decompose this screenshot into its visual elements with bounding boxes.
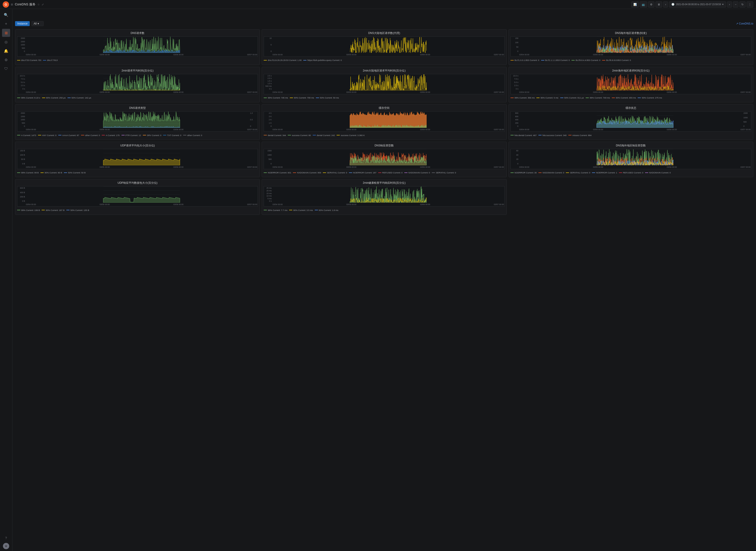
sidebar-shield[interactable]: 🛡: [2, 65, 10, 73]
legend-item[interactable]: SERVFAIL Current: 0: [323, 171, 347, 174]
legend-item[interactable]: misses Current: 884: [569, 134, 592, 137]
legend-item[interactable]: https://doh.pub/dns-query Current: 0: [303, 58, 342, 62]
legend-item[interactable]: tls://8.8.4.4:853 Current: 0: [572, 58, 600, 62]
legend-item[interactable]: 99% Current: 199 B: [17, 208, 40, 212]
legend-item[interactable]: 99% Current: 356 ms: [510, 96, 535, 99]
legend-item[interactable]: other Current: 0: [183, 134, 202, 137]
legend-text: PTR Current: 12: [125, 134, 141, 137]
legend-item[interactable]: TXT Current: 0: [163, 134, 181, 137]
chart-wrapper-cache-status[interactable]: 800600400200003/04 00:0003/05 00:0003/06…: [510, 111, 751, 131]
chart-wrapper-health-check-latency[interactable]: 25 ms20 ms15 ms10 ms5 ms0 s03/04 00:0003…: [264, 186, 504, 206]
legend-item[interactable]: denial Current: 344: [264, 134, 286, 137]
legend-item[interactable]: NOERROR Current: 1: [592, 171, 617, 174]
legend-item[interactable]: ANY Current: 0: [38, 134, 56, 137]
yaxis-health-check-latency: 25 ms20 ms15 ms10 ms5 ms0 s: [264, 186, 272, 203]
legend-item[interactable]: PTR Current: 12: [121, 134, 141, 137]
legend-item[interactable]: NOERROR Current: 30: [510, 171, 537, 174]
legend-item[interactable]: hits:denial Current: 467: [510, 134, 536, 137]
legend-item[interactable]: 50% Current: 275 ms: [638, 96, 662, 99]
legend-item[interactable]: 90% Current: 90 B: [40, 171, 62, 174]
legend-item[interactable]: SERVFAIL Current: 0: [432, 171, 456, 174]
legend-item[interactable]: 99% Current: 8.19 s: [17, 96, 40, 99]
legend-item[interactable]: hits:success Current: 340: [538, 134, 566, 137]
chart-wrapper-latency-2min[interactable]: 10.0 s7.5 s5.0 s2.5 s0 s03/04 00:0003/05…: [17, 74, 258, 94]
chart-wrapper-dns-overseas-response-type[interactable]: 604020003/04 00:0003/05 00:0003/06 00:00…: [510, 149, 751, 169]
legend-item[interactable]: SRV Current: 0: [143, 134, 161, 137]
chart-wrapper-udp-response-size[interactable]: 600 B400 B200 B0 B03/04 00:0003/05 00:00…: [17, 186, 258, 206]
legend-item[interactable]: 50% Current: 911 μs: [560, 96, 584, 99]
sidebar-explore[interactable]: ◎: [2, 38, 10, 46]
legend-color: [536, 98, 539, 98]
legend-item[interactable]: REFUSED Current: 0: [619, 171, 643, 174]
sidebar-configuration[interactable]: ⚙: [2, 56, 10, 64]
legend-item[interactable]: 90% Current: 3.5 ms: [289, 208, 313, 212]
legend-item[interactable]: 50% Current: 1.8 ms: [315, 208, 338, 212]
panel-title-dns-response-type: DNS响应类型数: [264, 144, 504, 147]
legend-item[interactable]: NOERROR Current: 187: [349, 171, 376, 174]
chart-view-button[interactable]: 📊: [631, 1, 639, 8]
legend-item[interactable]: NXDOMAIN Current: 959: [293, 171, 321, 174]
chart-wrapper-dns-request-type[interactable]: 200015001000500003/04 00:0003/05 00:0003…: [17, 111, 258, 131]
legend-item[interactable]: 90% Current: 455 ms: [612, 96, 636, 99]
instance-filter-button[interactable]: Instance: [15, 21, 30, 26]
legend-item[interactable]: 90% Current: 700 ms: [290, 96, 314, 99]
tv-view-button[interactable]: 📺: [640, 1, 647, 8]
chart-wrapper-udp-request-size[interactable]: 150 B100 B50 B0 B03/04 00:0003/05 00:000…: [17, 149, 258, 169]
more-button[interactable]: ⋮: [747, 1, 753, 8]
legend-item[interactable]: NOERROR Current: 601: [264, 171, 291, 174]
share-icon[interactable]: ⤢: [42, 3, 44, 6]
chart-wrapper-overseas-latency-2min[interactable]: 10.0 s7.5 s5.0 s2.5 s0 s03/04 00:0003/05…: [510, 74, 751, 94]
legend-item[interactable]: NXDOMAIN Current: 0: [645, 171, 671, 174]
monitor-button[interactable]: 🖥: [656, 1, 662, 8]
legend-item[interactable]: dns://:7913: [43, 58, 58, 62]
legend-item[interactable]: 90% Current: 187 B: [42, 208, 64, 212]
legend-item[interactable]: dns://119.29.29.29:53 Current: 1.00: [264, 58, 302, 62]
chart-wrapper-dns-overseas-requests[interactable]: 15010050003/04 00:0003/05 00:0003/06 00:…: [510, 36, 751, 57]
sidebar-add[interactable]: +: [2, 20, 10, 28]
all-filter-select[interactable]: All ▾: [31, 21, 43, 26]
zoom-out-button[interactable]: −: [733, 1, 738, 8]
legend-item[interactable]: NXDOMAIN Current: 0: [538, 171, 564, 174]
legend-item[interactable]: denial Current: 242: [313, 134, 335, 137]
legend-item[interactable]: A Current: 1473: [17, 134, 36, 137]
dashboard-settings-button[interactable]: ⚙: [648, 1, 655, 8]
legend-item[interactable]: success Current: 80: [288, 134, 311, 137]
legend-item[interactable]: tls://8.8.8.8:853 Current: 0: [602, 58, 631, 62]
prev-time-button[interactable]: ‹: [663, 1, 668, 8]
chart-wrapper-dns-response-type[interactable]: 15001000500003/04 00:0003/05 00:0003/06 …: [264, 149, 504, 169]
xaxis-udp-response-size: 03/04 00:0003/05 00:0003/06 00:0003/07 0…: [25, 203, 258, 206]
legend-item[interactable]: tls://1.1.1.1:853 Current: 0: [541, 58, 570, 62]
legend-item[interactable]: 99% Current: 745 ms: [264, 96, 288, 99]
legend-item[interactable]: dns://:53 Current: /53: [17, 58, 41, 62]
legend-item[interactable]: NXDOMAIN Current: 0: [404, 171, 430, 174]
legend-item[interactable]: REFUSED Current: 0: [378, 171, 403, 174]
coreDNS-link[interactable]: ↗ CoreDNS.io: [736, 22, 753, 25]
legend-item[interactable]: 90% Current: 250 μs: [42, 96, 66, 99]
time-range-picker[interactable]: 🕐 2021-03-04 00:00:00 to 2021-03-07 23:5…: [669, 1, 726, 8]
legend-item[interactable]: A Current: 175: [102, 134, 119, 137]
legend-item[interactable]: 50% Current: 135 B: [66, 208, 89, 212]
legend-item[interactable]: 99% Current: 740 ms: [586, 96, 610, 99]
legend-item[interactable]: 99% Current: 99 B: [17, 171, 39, 174]
star-icon[interactable]: ☆: [37, 3, 40, 6]
legend-item[interactable]: tls://1.0.0.1:853 Current: 0: [510, 58, 539, 62]
legend-item[interactable]: SERVFAIL Current: 0: [566, 171, 590, 174]
sidebar-dashboards[interactable]: ⊞: [2, 29, 10, 37]
legend-item[interactable]: 50% Current: 142 μs: [67, 96, 91, 99]
sidebar-alerting[interactable]: 🔔: [2, 47, 10, 55]
legend-item[interactable]: AAAA Current: 87: [58, 134, 79, 137]
sidebar-search[interactable]: 🔍: [2, 11, 10, 19]
chart-wrapper-mainland-latency-2min[interactable]: 2.5 s2.0 s1.5 s1.0 s500 ms0 s03/04 00:00…: [264, 74, 504, 94]
legend-item[interactable]: 99% Current: 7.7 ms: [264, 208, 287, 212]
legend-item[interactable]: other Current: 0: [81, 134, 100, 137]
legend-item[interactable]: 50% Current: 50 ms: [316, 96, 339, 99]
chart-wrapper-dns-mainland-requests[interactable]: 105003/04 00:0003/05 00:0003/06 00:0003/…: [264, 36, 504, 57]
legend-item[interactable]: success Current: 3.360 K: [337, 134, 365, 137]
chart-wrapper-cache-space[interactable]: 4 K3 K2 K1 K003/04 00:0003/05 00:0003/06…: [264, 111, 504, 131]
next-time-button[interactable]: ›: [727, 1, 732, 8]
refresh-button[interactable]: ↻: [739, 1, 746, 8]
legend-item[interactable]: 50% Current: 50 B: [64, 171, 85, 174]
legend-color: [560, 98, 563, 98]
chart-wrapper-dns-requests[interactable]: 200015001000500003/04 00:0003/05 00:0003…: [17, 36, 258, 57]
legend-item[interactable]: 90% Current: 5 ms: [536, 96, 558, 99]
